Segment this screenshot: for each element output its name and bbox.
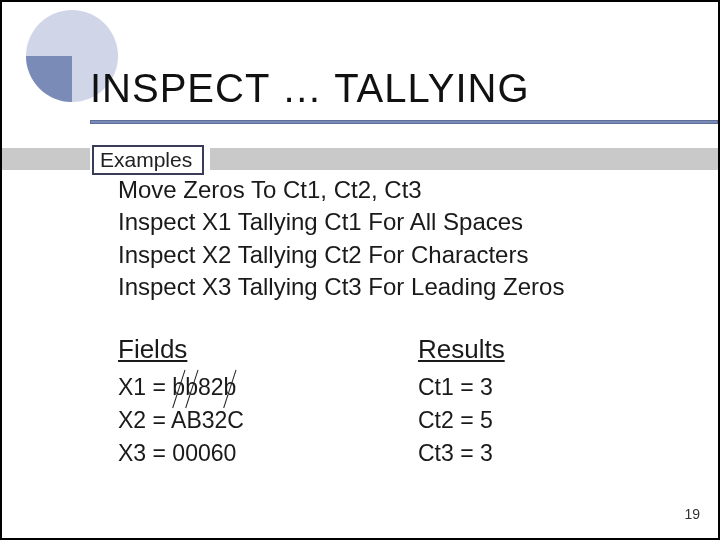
accent-bar-right (210, 148, 718, 170)
code-line: Inspect X2 Tallying Ct2 For Characters (118, 239, 688, 271)
blank-symbol: b (224, 371, 237, 404)
code-line: Inspect X3 Tallying Ct3 For Leading Zero… (118, 271, 688, 303)
accent-bar-left (2, 148, 90, 170)
result-ct3: Ct3 = 3 (418, 437, 688, 470)
slide-body: Move Zeros To Ct1, Ct2, Ct3 Inspect X1 T… (118, 174, 688, 518)
x1-prefix: X1 = (118, 374, 172, 400)
code-line: Inspect X1 Tallying Ct1 For All Spaces (118, 206, 688, 238)
blank-symbol: b (172, 371, 185, 404)
results-header: Results (418, 334, 688, 365)
results-column: Results Ct1 = 3 Ct2 = 5 Ct3 = 3 (418, 334, 688, 471)
examples-label-box: Examples (92, 145, 204, 175)
field-x1: X1 = bb82b (118, 371, 418, 404)
fields-values: X1 = bb82b X2 = AB32C X3 = 00060 (118, 371, 418, 471)
results-values: Ct1 = 3 Ct2 = 5 Ct3 = 3 (418, 371, 688, 471)
page-number: 19 (684, 506, 700, 522)
result-ct1: Ct1 = 3 (418, 371, 688, 404)
field-x3: X3 = 00060 (118, 437, 418, 470)
slide: INSPECT … TALLYING Examples Move Zeros T… (0, 0, 720, 540)
result-ct2: Ct2 = 5 (418, 404, 688, 437)
fields-header: Fields (118, 334, 418, 365)
slide-title: INSPECT … TALLYING (90, 66, 698, 111)
fields-column: Fields X1 = bb82b X2 = AB32C X3 = 00060 (118, 334, 418, 471)
header-region: INSPECT … TALLYING Examples (2, 2, 718, 170)
x1-mid: 82 (198, 374, 224, 400)
blank-symbol: b (185, 371, 198, 404)
columns: Fields X1 = bb82b X2 = AB32C X3 = 00060 … (118, 334, 688, 471)
code-block: Move Zeros To Ct1, Ct2, Ct3 Inspect X1 T… (118, 174, 688, 304)
code-line: Move Zeros To Ct1, Ct2, Ct3 (118, 174, 688, 206)
examples-label: Examples (100, 148, 192, 171)
title-underline (90, 120, 718, 124)
field-x2: X2 = AB32C (118, 404, 418, 437)
